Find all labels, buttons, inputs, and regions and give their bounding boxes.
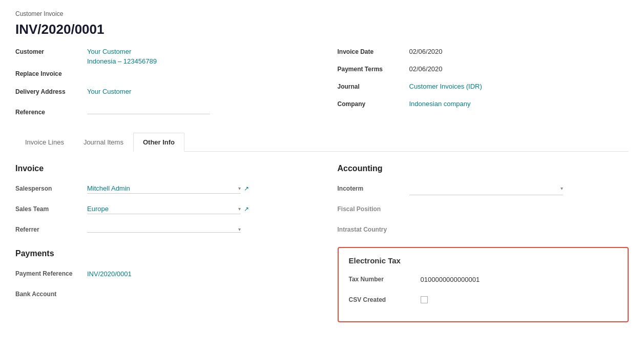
tabs-container: Invoice Lines Journal Items Other Info [15,133,629,152]
journal-value[interactable]: Customer Invoices (IDR) [409,82,482,90]
payments-section: Payments Payment Reference INV/2020/0001… [15,249,307,301]
customer-value-col: Your Customer Indonesia – 123456789 [87,48,157,65]
electronic-tax-box: Electronic Tax Tax Number 01000000000000… [338,247,629,322]
incoterm-value [409,182,560,195]
breadcrumb: Customer Invoice [15,10,629,17]
bank-account-label: Bank Account [15,291,87,298]
customer-subvalue[interactable]: Indonesia – 123456789 [87,57,157,65]
payment-terms-row: Payment Terms 02/06/2020 [338,65,629,77]
salesperson-select-wrapper[interactable]: Mitchell Admin ▾ [87,183,241,194]
journal-label: Journal [338,83,409,90]
sales-team-control: Europe ▾ ↗ [87,204,307,214]
sales-team-dropdown-icon: ▾ [238,206,241,212]
delivery-address-value[interactable]: Your Customer [87,88,131,95]
referrer-dropdown-icon: ▾ [238,226,241,232]
replace-invoice-label: Replace Invoice [15,70,87,77]
sales-team-label: Sales Team [15,205,87,213]
payment-reference-row: Payment Reference INV/2020/0001 [15,266,307,281]
invoice-section: Invoice Salesperson Mitchell Admin ▾ ↗ S… [15,164,307,237]
csv-created-checkbox[interactable] [421,296,428,303]
intrastat-country-label: Intrastat Country [338,226,409,233]
referrer-label: Referrer [15,226,87,233]
payments-section-title: Payments [15,249,307,258]
incoterm-row: Incoterm ▾ [338,181,629,196]
intrastat-country-row: Intrastat Country [338,222,629,237]
customer-label: Customer [15,48,87,55]
fiscal-position-row: Fiscal Position [338,202,629,216]
reference-label: Reference [15,109,87,116]
delivery-address-label: Delivery Address [15,88,87,95]
delivery-address-row: Delivery Address Your Customer [15,88,307,100]
company-value[interactable]: Indonesian company [409,100,471,108]
tax-number-row: Tax Number 0100000000000001 [349,272,618,286]
sales-team-row: Sales Team Europe ▾ ↗ [15,202,307,216]
csv-created-row: CSV Created [349,293,618,307]
invoice-date-label: Invoice Date [338,48,409,55]
salesperson-control: Mitchell Admin ▾ ↗ [87,183,307,194]
salesperson-dropdown-icon: ▾ [238,185,241,191]
customer-value[interactable]: Your Customer [87,48,157,55]
salesperson-row: Salesperson Mitchell Admin ▾ ↗ [15,181,307,196]
tab-other-info[interactable]: Other Info [133,133,184,152]
company-label: Company [338,100,409,108]
invoice-date-value: 02/06/2020 [409,48,443,55]
payment-reference-value: INV/2020/0001 [87,270,132,278]
sales-team-external-link-icon[interactable]: ↗ [244,205,249,213]
tab-invoice-lines[interactable]: Invoice Lines [15,133,74,152]
tax-number-value: 0100000000000001 [421,276,480,283]
incoterm-label: Incoterm [338,185,409,192]
referrer-row: Referrer ▾ [15,222,307,237]
salesperson-label: Salesperson [15,185,87,192]
salesperson-external-link-icon[interactable]: ↗ [244,185,249,192]
accounting-section-title: Accounting [338,164,629,173]
left-form-col: Customer Your Customer Indonesia – 12345… [15,48,307,122]
page-title: INV/2020/0001 [15,22,629,37]
reference-row: Reference [15,105,307,117]
customer-field-row: Customer Your Customer Indonesia – 12345… [15,48,307,65]
invoice-section-title: Invoice [15,164,307,173]
salesperson-select-value: Mitchell Admin [87,183,236,193]
fiscal-position-label: Fiscal Position [338,205,409,213]
reference-input[interactable] [87,105,210,114]
sales-team-select-wrapper[interactable]: Europe ▾ [87,204,241,214]
replace-invoice-row: Replace Invoice [15,70,307,82]
referrer-value [87,229,236,231]
incoterm-dropdown-icon: ▾ [560,185,563,191]
payment-reference-label: Payment Reference [15,270,87,277]
payment-terms-label: Payment Terms [338,66,409,73]
payment-terms-value: 02/06/2020 [409,65,443,73]
accounting-section: Accounting Incoterm ▾ Fiscal Position In… [338,164,629,237]
electronic-tax-title: Electronic Tax [349,256,618,265]
journal-row: Journal Customer Invoices (IDR) [338,82,629,95]
tax-number-label: Tax Number [349,276,421,283]
referrer-control: ▾ [87,226,307,233]
tab-journal-items[interactable]: Journal Items [74,133,133,152]
right-content-col: Accounting Incoterm ▾ Fiscal Position In… [338,164,629,322]
left-content-col: Invoice Salesperson Mitchell Admin ▾ ↗ S… [15,164,307,322]
company-row: Company Indonesian company [338,100,629,112]
other-info-content: Invoice Salesperson Mitchell Admin ▾ ↗ S… [15,164,629,322]
csv-created-label: CSV Created [349,296,421,303]
right-form-col: Invoice Date 02/06/2020 Payment Terms 02… [338,48,629,122]
bank-account-row: Bank Account [15,287,307,301]
invoice-date-row: Invoice Date 02/06/2020 [338,48,629,60]
incoterm-select-wrapper[interactable]: ▾ [409,182,563,195]
referrer-select-wrapper[interactable]: ▾ [87,226,241,233]
sales-team-value: Europe [87,204,236,214]
